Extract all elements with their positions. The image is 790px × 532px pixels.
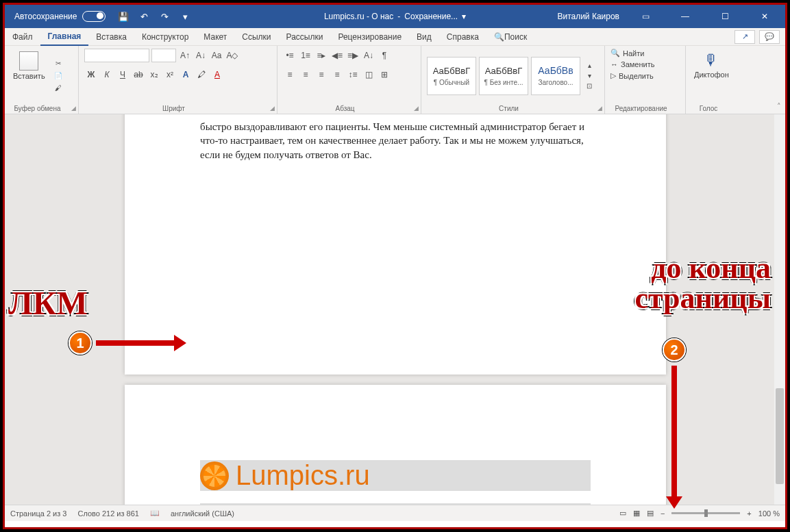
select-button[interactable]: ▷Выделить bbox=[610, 71, 654, 80]
page-indicator[interactable]: Страница 2 из 3 bbox=[10, 509, 66, 518]
style-normal[interactable]: АаБбВвГ¶ Обычный bbox=[427, 57, 476, 95]
spellcheck-icon[interactable]: 📖 bbox=[150, 509, 160, 518]
tab-home[interactable]: Главная bbox=[40, 28, 89, 46]
font-color-icon[interactable]: A bbox=[210, 68, 224, 81]
page1-paragraph[interactable]: быстро выздоравливают его пациенты. Чем … bbox=[200, 120, 591, 162]
group-styles-label: Стили bbox=[421, 105, 596, 112]
align-left-icon[interactable]: ≡ bbox=[283, 68, 297, 81]
zoom-slider[interactable] bbox=[671, 512, 740, 514]
zoom-in-icon[interactable]: + bbox=[747, 509, 751, 518]
clipboard-icon bbox=[19, 51, 38, 71]
copy-icon[interactable]: 📄 bbox=[52, 71, 64, 81]
language-indicator[interactable]: английский (США) bbox=[171, 509, 234, 518]
decrease-indent-icon[interactable]: ◀≡ bbox=[330, 49, 344, 62]
dictate-button[interactable]: 🎙 Диктофон bbox=[691, 49, 732, 103]
saving-status: Сохранение... bbox=[404, 12, 458, 21]
italic-button[interactable]: К bbox=[100, 68, 114, 81]
word-count[interactable]: Слово 212 из 861 bbox=[77, 509, 139, 518]
tab-references[interactable]: Ссылки bbox=[234, 28, 278, 46]
shrink-font-icon[interactable]: A↓ bbox=[194, 49, 208, 62]
paste-button[interactable]: Вставить bbox=[10, 49, 48, 103]
tab-file[interactable]: Файл bbox=[5, 28, 40, 46]
numbering-icon[interactable]: 1≡ bbox=[299, 49, 312, 62]
sort-icon[interactable]: A↓ bbox=[362, 49, 375, 62]
read-mode-icon[interactable]: ▭ bbox=[619, 509, 626, 518]
redo-icon[interactable]: ↷ bbox=[159, 11, 170, 22]
increase-indent-icon[interactable]: ≡▶ bbox=[346, 49, 360, 62]
title-dropdown-icon[interactable]: ▾ bbox=[462, 12, 466, 21]
scroll-thumb[interactable] bbox=[776, 388, 784, 484]
font-family-select[interactable] bbox=[84, 49, 149, 62]
maximize-button[interactable]: ☐ bbox=[711, 5, 739, 28]
zoom-level[interactable]: 100 % bbox=[758, 509, 780, 518]
find-button[interactable]: 🔍Найти bbox=[610, 49, 654, 58]
tab-view[interactable]: Вид bbox=[409, 28, 439, 46]
change-case-icon[interactable]: Aa bbox=[210, 49, 223, 62]
group-voice-label: Голос bbox=[686, 105, 731, 112]
borders-icon[interactable]: ⊞ bbox=[378, 68, 391, 81]
styles-up-icon[interactable]: ▴ bbox=[583, 61, 595, 71]
font-size-select[interactable] bbox=[151, 49, 176, 62]
tab-design[interactable]: Конструктор bbox=[134, 28, 196, 46]
arrow-1 bbox=[96, 340, 177, 346]
line-spacing-icon[interactable]: ↕≡ bbox=[346, 68, 360, 81]
replace-button[interactable]: ↔Заменить bbox=[610, 60, 654, 68]
style-heading1[interactable]: АаБбВвЗаголово... bbox=[531, 57, 580, 95]
grow-font-icon[interactable]: A↑ bbox=[178, 49, 192, 62]
style-nospacing[interactable]: АаБбВвГ¶ Без инте... bbox=[479, 57, 528, 95]
underline-button[interactable]: Ч bbox=[116, 68, 129, 81]
shading-icon[interactable]: ◫ bbox=[362, 68, 375, 81]
superscript-button[interactable]: x² bbox=[163, 68, 177, 81]
clear-format-icon[interactable]: A◇ bbox=[225, 49, 239, 62]
undo-icon[interactable]: ↶ bbox=[138, 11, 149, 22]
align-center-icon[interactable]: ≡ bbox=[299, 68, 312, 81]
tab-insert[interactable]: Вставка bbox=[88, 28, 134, 46]
autosave-toggle[interactable] bbox=[82, 11, 106, 22]
bold-button[interactable]: Ж bbox=[84, 68, 98, 81]
align-right-icon[interactable]: ≡ bbox=[314, 68, 328, 81]
justify-icon[interactable]: ≡ bbox=[330, 68, 344, 81]
styles-dialog-icon[interactable]: ◢ bbox=[597, 105, 602, 112]
collapse-ribbon-icon[interactable]: ˄ bbox=[777, 102, 781, 111]
replace-icon: ↔ bbox=[610, 60, 618, 68]
zoom-out-icon[interactable]: − bbox=[661, 509, 665, 518]
bullets-icon[interactable]: •≡ bbox=[283, 49, 297, 62]
autosave-group: Автосохранение bbox=[14, 11, 106, 22]
vertical-scrollbar[interactable] bbox=[774, 114, 785, 505]
minimize-button[interactable]: ― bbox=[671, 5, 699, 28]
clipboard-dialog-icon[interactable]: ◢ bbox=[71, 105, 76, 112]
print-layout-icon[interactable]: ▦ bbox=[633, 509, 640, 518]
tab-review[interactable]: Рецензирование bbox=[330, 28, 409, 46]
styles-down-icon[interactable]: ▾ bbox=[583, 71, 595, 81]
arrow-2 bbox=[671, 366, 677, 499]
share-button[interactable]: ↗ bbox=[735, 30, 755, 44]
autosave-label: Автосохранение bbox=[14, 12, 77, 21]
document-area[interactable]: быстро выздоравливают его пациенты. Чем … bbox=[5, 114, 785, 505]
close-button[interactable]: ✕ bbox=[751, 5, 778, 28]
web-layout-icon[interactable]: ▤ bbox=[647, 509, 654, 518]
cut-icon[interactable]: ✂ bbox=[52, 59, 64, 68]
strikethrough-button[interactable]: ab bbox=[132, 68, 145, 81]
qat-dropdown-icon[interactable]: ▾ bbox=[180, 11, 190, 22]
tab-layout[interactable]: Макет bbox=[196, 28, 234, 46]
highlight-icon[interactable]: 🖍 bbox=[195, 68, 208, 81]
page2-paragraph1[interactable]: Мы — группа энтузиастов, одержимых идеей… bbox=[200, 503, 591, 505]
search-tab[interactable]: 🔍 Поиск bbox=[486, 28, 534, 46]
tab-mailings[interactable]: Рассылки bbox=[279, 28, 331, 46]
multilevel-icon[interactable]: ≡▸ bbox=[314, 49, 328, 62]
save-icon[interactable]: 💾 bbox=[118, 11, 129, 22]
ribbon-display-icon[interactable]: ▭ bbox=[632, 5, 659, 28]
subscript-button[interactable]: x₂ bbox=[147, 68, 161, 81]
paragraph-dialog-icon[interactable]: ◢ bbox=[414, 105, 419, 112]
show-marks-icon[interactable]: ¶ bbox=[378, 49, 391, 62]
comments-button[interactable]: 💬 bbox=[759, 30, 780, 44]
styles-more-icon[interactable]: ⊡ bbox=[583, 81, 595, 91]
user-name: Виталий Каиров bbox=[557, 12, 619, 21]
page-2: Lumpics.ru Мы — группа энтузиастов, одер… bbox=[125, 385, 666, 505]
cursor-icon: ▷ bbox=[610, 71, 616, 80]
format-painter-icon[interactable]: 🖌 bbox=[52, 84, 64, 93]
tab-help[interactable]: Справка bbox=[439, 28, 486, 46]
logo-block[interactable]: Lumpics.ru bbox=[200, 460, 591, 491]
text-effects-icon[interactable]: A bbox=[179, 68, 193, 81]
font-dialog-icon[interactable]: ◢ bbox=[270, 105, 275, 112]
